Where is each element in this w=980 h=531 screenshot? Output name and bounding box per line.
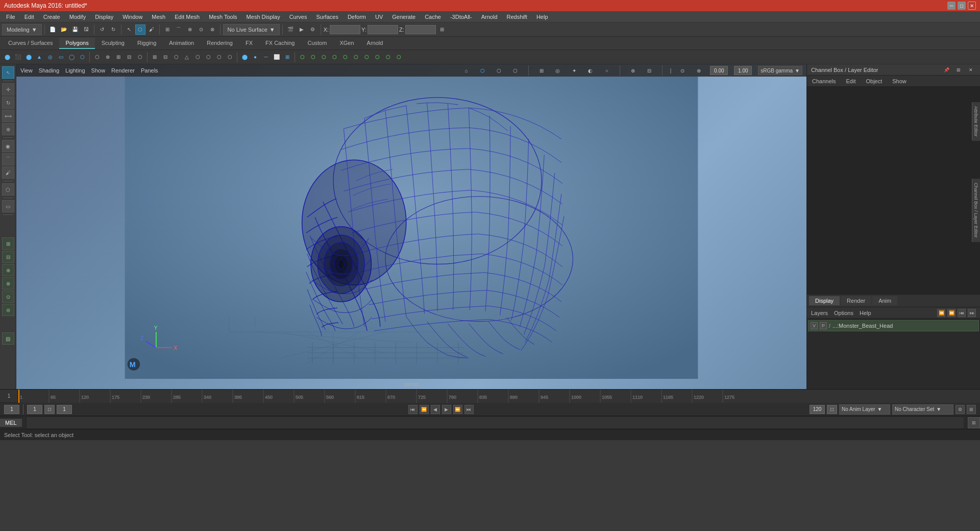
disp-tab-display[interactable]: Display (809, 296, 840, 305)
vp-menu-panels[interactable]: Panels (141, 67, 158, 74)
select-edge-icon[interactable]: ─ (261, 52, 271, 62)
show-manip-btn[interactable]: ▭ (2, 200, 14, 212)
vp-menu-lighting[interactable]: Lighting (65, 67, 85, 74)
gamma-mult-input[interactable]: 1.00 (734, 66, 752, 75)
viewport[interactable]: View Shading Lighting Show Renderer Pane… (16, 64, 806, 389)
vp-ao-icon[interactable]: ○ (602, 65, 612, 76)
sphere-icon[interactable]: ⬤ (2, 52, 12, 62)
minimize-button[interactable]: ─ (947, 2, 955, 10)
layer-step-fwd-btn[interactable]: ⏩ (947, 309, 955, 317)
x-field[interactable] (330, 25, 360, 34)
vp-texture-icon[interactable]: ⬡ (510, 65, 521, 76)
go-to-start-btn[interactable]: ⏮ (408, 405, 418, 414)
vp-exposure-ctrl-1[interactable]: ⊙ (677, 65, 688, 76)
vp-shadows-icon[interactable]: ◐ (585, 65, 596, 76)
plane-icon[interactable]: ▭ (56, 52, 66, 62)
layers-tab-options[interactable]: Options (834, 310, 853, 316)
layers-tab-layers[interactable]: Layers (811, 310, 828, 316)
menu-deform[interactable]: Deform (344, 13, 370, 21)
menu-edit[interactable]: Edit (20, 13, 38, 21)
menu-display[interactable]: Display (91, 13, 117, 21)
disp-tab-render[interactable]: Render (841, 296, 871, 305)
vp-exposure-ctrl-2[interactable]: ⊕ (694, 65, 704, 76)
cb-tab-channels[interactable]: Channels (809, 77, 839, 85)
channel-box-side-tab[interactable]: Channel Box / Layer Editor (972, 179, 980, 242)
layer-step-back-btn[interactable]: ⏪ (937, 309, 945, 317)
green-tool-1[interactable]: ⬡ (297, 52, 307, 62)
universal-manip-btn[interactable]: ⊕ (2, 123, 14, 135)
left-tool-extra-2[interactable]: ⊟ (2, 251, 14, 263)
layer-playback[interactable]: P (820, 322, 827, 329)
mode-dropdown[interactable]: Modeling ▼ (2, 24, 42, 35)
cube-icon[interactable]: ⬛ (13, 52, 23, 62)
step-fwd-btn[interactable]: ⏩ (453, 405, 462, 414)
tab-animation[interactable]: Animation (163, 38, 200, 49)
script-editor-btn[interactable]: ⊞ (968, 417, 980, 428)
menu-curves[interactable]: Curves (285, 13, 311, 21)
cb-tab-edit[interactable]: Edit (843, 77, 859, 85)
vp-manips-icon[interactable]: ⊕ (628, 65, 638, 76)
soft-select-btn[interactable]: ◉ (2, 140, 14, 152)
tab-polygons[interactable]: Polygons (59, 38, 94, 49)
vp-grid-icon[interactable]: ⊞ (536, 65, 547, 76)
torus-icon[interactable]: ◎ (45, 52, 55, 62)
mirror-poly-icon[interactable]: ⬡ (92, 52, 102, 62)
new-file-icon[interactable]: 📄 (47, 25, 58, 35)
channel-box-pin-icon[interactable]: 📌 (941, 65, 951, 75)
menu-arnold[interactable]: Arnold (477, 13, 502, 21)
extract-icon[interactable]: ⬡ (135, 52, 145, 62)
chamfer-icon[interactable]: ⬡ (203, 52, 213, 62)
save-scene-icon[interactable]: 🖫 (81, 25, 91, 35)
combine-icon[interactable]: ⊞ (113, 52, 124, 62)
snap-curve-icon[interactable]: ⌒ (174, 25, 184, 35)
select-vert-icon[interactable]: ● (250, 52, 260, 62)
vp-wireframe-icon[interactable]: ⬡ (478, 65, 488, 76)
paint-select-icon[interactable]: 🖌 (146, 25, 157, 35)
channel-box-expand-icon[interactable]: ⊞ (953, 65, 964, 75)
lasso-tool-btn[interactable]: ⌒ (2, 153, 14, 165)
menu-mesh[interactable]: Mesh (148, 13, 169, 21)
save-file-icon[interactable]: 💾 (70, 25, 80, 35)
cone-icon[interactable]: ▲ (34, 52, 44, 62)
menu-surfaces[interactable]: Surfaces (312, 13, 342, 21)
vp-camera-icon[interactable]: ◎ (553, 65, 563, 76)
sculpt-btn[interactable]: ⬡ (2, 183, 14, 196)
menu-edit-mesh[interactable]: Edit Mesh (170, 13, 204, 21)
pb-extra-btn[interactable]: ⊞ (967, 405, 976, 414)
left-tool-extra-3[interactable]: ⊕ (2, 264, 14, 276)
menu-modify[interactable]: Modify (65, 13, 90, 21)
vp-smooth-icon[interactable]: ⬡ (494, 65, 504, 76)
cb-tab-show[interactable]: Show (889, 77, 910, 85)
menu-redshift[interactable]: Redshift (503, 13, 531, 21)
tab-fx[interactable]: FX (239, 38, 259, 49)
world-space-icon[interactable]: ⊞ (437, 25, 447, 35)
tab-sculpting[interactable]: Sculpting (95, 38, 131, 49)
select-mode-icon[interactable]: ↖ (124, 25, 134, 35)
maximize-button[interactable]: □ (958, 2, 966, 10)
prism-icon[interactable]: ⬡ (77, 52, 87, 62)
menu-generate[interactable]: Generate (388, 13, 420, 21)
go-to-end-btn[interactable]: ⏭ (464, 405, 474, 414)
crease-icon[interactable]: ⬡ (214, 52, 224, 62)
undo-icon[interactable]: ↺ (97, 25, 107, 35)
vp-lights-icon[interactable]: ✦ (569, 65, 579, 76)
tab-arnold[interactable]: Arnold (361, 38, 389, 49)
vp-home-icon[interactable]: ⌂ (461, 65, 472, 76)
current-frame-display[interactable] (27, 405, 42, 414)
select-uv-icon[interactable]: ⊞ (282, 52, 292, 62)
lasso-select-icon[interactable]: ⬡ (135, 25, 145, 35)
snap-point-icon[interactable]: ⊕ (185, 25, 195, 35)
channel-box-close-icon[interactable]: ✕ (966, 65, 976, 75)
attribute-editor-tab[interactable]: Attribute Editor (972, 102, 980, 141)
layer-row-monster[interactable]: V P / ...:Monster_Beast_Head (808, 320, 979, 331)
start-frame-input[interactable] (4, 405, 19, 414)
pb-settings-btn[interactable]: ⚙ (955, 405, 965, 414)
select-face-icon[interactable]: ⬜ (272, 52, 282, 62)
smooth-icon[interactable]: ⬡ (225, 52, 235, 62)
ipr-render-icon[interactable]: ▶ (297, 25, 307, 35)
snap-surface-icon[interactable]: ⊗ (207, 25, 217, 35)
bridge-icon[interactable]: ⊟ (160, 52, 170, 62)
green-tool-2[interactable]: ⬡ (308, 52, 318, 62)
cylinder-icon[interactable]: ⬤ (23, 52, 34, 62)
menu-mesh-display[interactable]: Mesh Display (242, 13, 284, 21)
